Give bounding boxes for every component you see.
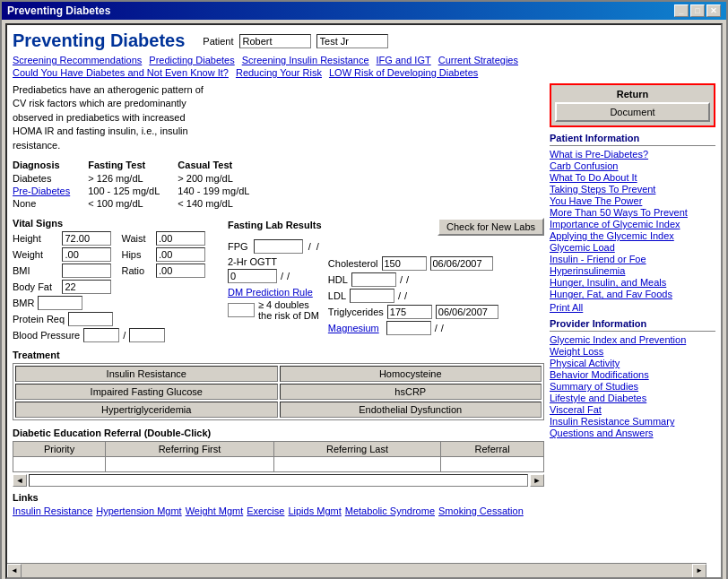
check-labs-button[interactable]: Check for New Labs [438, 218, 544, 236]
link-weight-mgmt[interactable]: Weight Mgmt [186, 506, 244, 516]
patient-last-input[interactable] [316, 34, 388, 48]
trig-date[interactable] [436, 305, 498, 319]
bp-input-1[interactable] [83, 328, 119, 342]
fpg-input[interactable] [254, 239, 303, 254]
magnesium-link[interactable]: Magnesium [328, 323, 379, 333]
fpg-row: FPG / / [228, 239, 544, 254]
referral-section: Diabetic Education Referral (Double-Clic… [13, 428, 544, 487]
ratio-input[interactable] [156, 264, 205, 278]
close-button[interactable]: ✕ [706, 4, 721, 17]
fpg-sep2: / [316, 241, 319, 252]
pi-what-to-do[interactable]: What To Do About It [550, 172, 715, 183]
chol-row: Cholesterol [328, 256, 498, 271]
height-input[interactable] [62, 231, 111, 246]
nav-screening-insulin[interactable]: Screening Insulin Resistance [242, 55, 369, 65]
prov-glycemic[interactable]: Glycemic Index and Prevention [550, 334, 715, 345]
mag-input[interactable] [386, 321, 431, 335]
referral-title: Diabetic Education Referral (Double-Clic… [13, 428, 544, 438]
nav-reducing-risk[interactable]: Reducing Your Risk [236, 67, 322, 78]
bmr-label: BMR [13, 298, 34, 308]
prov-weight-loss[interactable]: Weight Loss [550, 346, 715, 357]
diagnosis-title: Diagnosis [13, 160, 70, 170]
patient-first-input[interactable] [239, 34, 311, 48]
pi-hunger-fat[interactable]: Hunger, Fat, and Fav Foods [550, 289, 715, 299]
prov-summary[interactable]: Summary of Studies [550, 381, 715, 392]
chol-date[interactable] [430, 256, 493, 271]
link-lipids[interactable]: Lipids Mgmt [288, 506, 341, 516]
body-fat-input[interactable] [62, 280, 111, 294]
pi-you-have-power[interactable]: You Have The Power [550, 195, 715, 206]
referral-col-first: Referring First [106, 441, 274, 456]
nav-predicting-diabetes[interactable]: Predicting Diabetes [149, 55, 234, 65]
links-section: Links Insulin Resistance Hypertension Mg… [13, 492, 544, 516]
vital-signs-section: Vital Signs Height Waist Weight Hips BMI [13, 218, 210, 342]
bp-input-2[interactable] [129, 328, 165, 342]
minimize-button[interactable]: _ [674, 4, 689, 17]
prov-behavior[interactable]: Behavior Modifications [550, 369, 715, 380]
link-insulin-resistance[interactable]: Insulin Resistance [13, 506, 92, 516]
referral-prev-button[interactable]: ◄ [13, 474, 27, 487]
scroll-right-button[interactable]: ► [692, 564, 706, 578]
maximize-button[interactable]: □ [690, 4, 705, 17]
prov-lifestyle[interactable]: Lifestyle and Diabetes [550, 393, 715, 403]
header-row: Preventing Diabetes Patient [13, 30, 715, 51]
print-all-link[interactable]: Print All [550, 302, 715, 313]
protein-input[interactable] [68, 312, 113, 326]
fasting-lab-section: Fasting Lab Results Check for New Labs F… [228, 218, 544, 350]
chol-input[interactable] [382, 256, 427, 271]
bmr-input[interactable] [38, 296, 82, 310]
weight-input[interactable] [62, 247, 111, 262]
waist-input[interactable] [156, 231, 205, 246]
window-title: Preventing Diabetes [7, 4, 110, 17]
prov-visceral[interactable]: Visceral Fat [550, 404, 715, 415]
hips-input[interactable] [156, 247, 205, 262]
link-smoking[interactable]: Smoking Cessation [438, 506, 524, 516]
nav-ifg-igt[interactable]: IFG and IGT [377, 55, 431, 65]
pi-what-is[interactable]: What is Pre-Diabetes? [550, 149, 715, 160]
dm-rule-link[interactable]: DM Prediction Rule [228, 287, 313, 298]
nav-screening-recommendations[interactable]: Screening Recommendations [13, 55, 142, 65]
waist-label: Waist [121, 231, 151, 246]
nav-current-strategies[interactable]: Current Strategies [438, 55, 518, 65]
body-fat-label: Body Fat [13, 280, 56, 294]
prov-physical[interactable]: Physical Activity [550, 358, 715, 368]
referral-td-4 [441, 456, 544, 471]
nav-could-you-have[interactable]: Could You Have Diabetes and Not Even Kno… [13, 67, 229, 78]
ogtt-input[interactable] [228, 269, 277, 283]
pi-hyperinsulinemia[interactable]: Hyperinsulinemia [550, 265, 715, 276]
pre-diabetes-link[interactable]: Pre-Diabetes [13, 186, 70, 196]
casual-row-0: > 200 mg/dL [178, 173, 249, 184]
return-document-button[interactable]: Document [555, 102, 710, 122]
link-hypertension[interactable]: Hypertension Mgmt [96, 506, 181, 516]
referral-next-button[interactable]: ► [530, 474, 544, 487]
hdl-input[interactable] [351, 272, 396, 287]
pi-50-ways[interactable]: More Than 50 Ways To Prevent [550, 207, 715, 218]
close-icon: ✕ [710, 6, 717, 15]
prov-qa[interactable]: Questions and Answers [550, 428, 715, 438]
h-scroll-track[interactable] [22, 566, 692, 576]
dm-rule-section: DM Prediction Rule ≥ 4 doublesthe risk o… [228, 287, 319, 321]
pi-glycemic-importance[interactable]: Importance of Glycemic Index [550, 219, 715, 229]
link-exercise[interactable]: Exercise [247, 506, 284, 516]
scroll-left-button[interactable]: ◄ [7, 564, 22, 578]
pi-hunger-insulin[interactable]: Hunger, Insulin, and Meals [550, 277, 715, 288]
pi-taking-steps[interactable]: Taking Steps To Prevent [550, 184, 715, 194]
pi-insulin-friend[interactable]: Insulin - Friend or Foe [550, 254, 715, 264]
link-metabolic[interactable]: Metabolic Syndrome [345, 506, 435, 516]
main-body: Prediabetics have an atherogenic pattern… [13, 83, 715, 522]
maximize-icon: □ [695, 6, 699, 15]
bmi-input[interactable] [62, 264, 111, 278]
pi-carb-confusion[interactable]: Carb Confusion [550, 160, 715, 171]
prov-insulin-summary[interactable]: Insulin Resistance Summary [550, 416, 715, 427]
fasting-title: Fasting Test [88, 160, 160, 170]
treatment-cell-4: Hypertriglyceridemia [15, 402, 278, 418]
trig-input[interactable] [387, 305, 432, 319]
ratio-label: Ratio [121, 264, 151, 278]
ldl-input[interactable] [350, 289, 394, 303]
nav-low-risk[interactable]: LOW Risk of Developing Diabetes [329, 67, 478, 78]
ogtt-row: 2-Hr OGTT [228, 256, 319, 267]
pi-glycemic-load[interactable]: Glycemic Load [550, 242, 715, 253]
diagnosis-section: Diagnosis Diabetes Pre-Diabetes None Fas… [13, 160, 544, 211]
pi-applying-glycemic[interactable]: Applying the Glycemic Index [550, 230, 715, 241]
diag-none: None [13, 198, 70, 209]
